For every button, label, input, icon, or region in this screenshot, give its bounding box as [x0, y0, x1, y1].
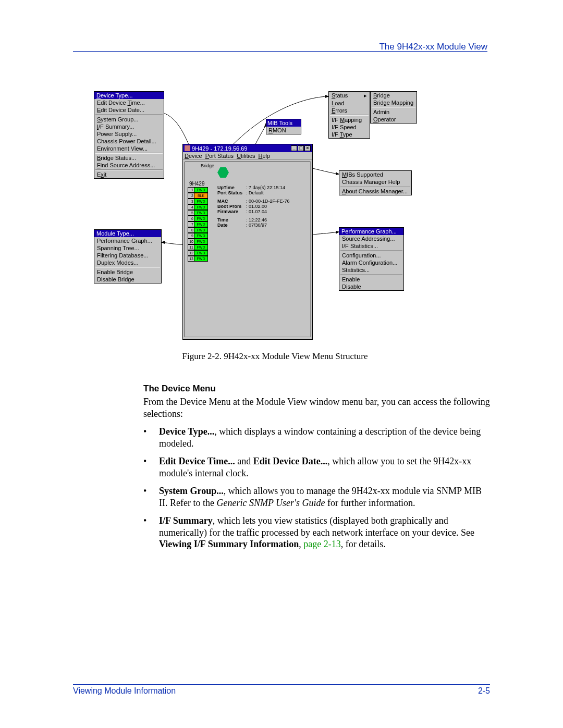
port-row[interactable]: 3FWD — [188, 199, 208, 204]
port-row[interactable]: 5FWD — [188, 210, 208, 216]
menu-item[interactable]: Bridge Mapping — [371, 99, 417, 106]
menu-item[interactable]: MIBs Supported — [339, 171, 411, 178]
port-row[interactable]: 9FWD — [188, 233, 208, 239]
menu-item[interactable]: Exit — [94, 171, 164, 178]
port-row[interactable]: 2BLK — [188, 193, 208, 199]
port-row[interactable]: 11FWD — [188, 244, 208, 250]
menu-item[interactable]: Status▸ — [329, 92, 370, 100]
section-intro: From the Device Menu at the Module View … — [143, 396, 490, 419]
port-state: FWD — [194, 239, 208, 244]
close-button[interactable]: × — [304, 145, 311, 151]
menu-item[interactable]: Chassis Manager Help — [339, 178, 411, 186]
menubar-item[interactable]: Help — [259, 153, 271, 159]
menu-item[interactable]: Edit Device Date... — [94, 106, 164, 114]
menu-item[interactable]: Errors — [329, 107, 370, 114]
menu-item[interactable]: I/F Mapping — [329, 116, 370, 124]
menu-item[interactable]: Filtering Database... — [94, 252, 161, 259]
port-row[interactable]: 8FWD — [188, 227, 208, 233]
port-context-menu: Performance Graph... Source Addressing..… — [339, 227, 404, 291]
port-number: 13 — [188, 256, 194, 262]
maximize-button[interactable]: □ — [298, 145, 304, 151]
menu-item[interactable]: Environment View... — [94, 145, 164, 152]
module-stats: UpTime: 7 day(s) 22:15:14 Port Status: D… — [217, 185, 290, 228]
menu-item[interactable]: I/F Statistics... — [339, 242, 403, 250]
minimize-button[interactable]: _ — [291, 145, 297, 151]
menu-item[interactable]: Operator — [371, 116, 417, 123]
port-row[interactable]: 1FWD — [188, 187, 208, 193]
port-number: 11 — [188, 244, 194, 250]
header-rule — [73, 51, 487, 52]
port-number: 4 — [188, 204, 194, 210]
module-view-window: 9H429 - 172.19.56.69 _ □ × Device Port S… — [182, 144, 313, 340]
port-state: FWD — [194, 233, 208, 239]
menu-title: MIB Tools — [266, 119, 301, 127]
menu-title: Device Type... — [94, 92, 164, 99]
footer-rule — [73, 684, 490, 685]
menu-item[interactable]: Disable Bridge — [94, 276, 161, 283]
module-name: 9H429 — [189, 181, 204, 187]
menubar-item[interactable]: Port Status — [205, 153, 234, 159]
date-value: : 07/30/97 — [246, 223, 267, 228]
port-number: 2 — [188, 193, 194, 199]
port-row[interactable]: 7FWD — [188, 221, 208, 227]
menu-item[interactable]: System Group... — [94, 116, 164, 123]
bullet-item: Edit Device Time... and Edit Device Date… — [143, 455, 490, 479]
bullet-text: Edit Device Time... and Edit Device Date… — [159, 455, 490, 479]
menu-item[interactable]: Bridge — [371, 92, 417, 99]
menu-item[interactable]: Admin — [371, 108, 417, 116]
page-footer: Viewing Module Information 2-5 — [73, 686, 490, 696]
menu-item[interactable]: Edit Device Time... — [94, 99, 164, 106]
figure-caption: Figure 2-2. 9H42x-xx Module View Menu St… — [94, 351, 456, 362]
menu-item[interactable]: Source Addressing... — [339, 235, 403, 242]
bridge-label: Bridge — [201, 163, 214, 168]
port-state: FWD — [194, 244, 208, 250]
port-row[interactable]: 10FWD — [188, 239, 208, 244]
menu-item[interactable]: I/F Speed — [329, 124, 370, 131]
menu-item[interactable]: Duplex Modes... — [94, 259, 161, 266]
port-row[interactable]: 4FWD — [188, 204, 208, 210]
menubar-item[interactable]: Utilities — [237, 153, 255, 159]
port-row[interactable]: 6FWD — [188, 216, 208, 221]
port-status-value: : Default — [246, 190, 264, 195]
menu-item[interactable]: Alarm Configuration... — [339, 259, 403, 266]
port-number: 7 — [188, 221, 194, 227]
port-state: FWD — [194, 227, 208, 233]
menu-item[interactable]: Statistics... — [339, 266, 403, 274]
bullet-list: Device Type..., which displays a window … — [143, 426, 490, 550]
port-state: FWD — [194, 216, 208, 221]
device-type-menu: Device Type... Edit Device Time... Edit … — [94, 91, 164, 179]
menu-item[interactable]: Load — [329, 100, 370, 107]
window-title-bar: 9H429 - 172.19.56.69 _ □ × — [183, 144, 312, 152]
port-number: 12 — [188, 250, 194, 256]
bullet-item: I/F Summary, which lets you view statist… — [143, 515, 490, 550]
menu-item[interactable]: Enable — [339, 276, 403, 283]
menu-item[interactable]: About Chassis Manager... — [339, 188, 411, 195]
menu-item[interactable]: Chassis Power Detail... — [94, 138, 164, 145]
port-row[interactable]: 12FWD — [188, 250, 208, 256]
port-row[interactable]: 13FWD — [188, 256, 208, 262]
menu-item[interactable]: Configuration... — [339, 252, 403, 259]
port-number: 3 — [188, 199, 194, 204]
bullet-dot — [143, 485, 159, 509]
bullet-dot — [143, 515, 159, 550]
bridge-icon[interactable] — [217, 167, 229, 178]
port-number: 8 — [188, 227, 194, 233]
menu-item[interactable]: Spanning Tree... — [94, 244, 161, 252]
port-state: FWD — [194, 187, 208, 193]
menu-item[interactable]: Performance Graph... — [94, 237, 161, 244]
menu-item[interactable]: I/F Type — [329, 131, 370, 138]
page-header: The 9H42x-xx Module View — [379, 42, 487, 52]
figure-area: Device Type... Edit Device Time... Edit … — [94, 91, 456, 340]
menu-item[interactable]: RMON — [266, 127, 301, 134]
module-type-menu: Module Type... Performance Graph... Span… — [94, 229, 162, 283]
menu-item[interactable]: Enable Bridge — [94, 268, 161, 276]
port-number: 9 — [188, 233, 194, 239]
time-value: : 12:22:46 — [246, 217, 267, 223]
firmware-value: : 01.07.04 — [246, 209, 267, 214]
menu-item[interactable]: Find Source Address... — [94, 162, 164, 169]
menu-item[interactable]: Power Supply... — [94, 130, 164, 138]
menu-item[interactable]: Disable — [339, 283, 403, 290]
menu-item[interactable]: Bridge Status... — [94, 154, 164, 162]
menu-item[interactable]: I/F Summary... — [94, 123, 164, 130]
menubar-item[interactable]: Device — [185, 153, 202, 159]
